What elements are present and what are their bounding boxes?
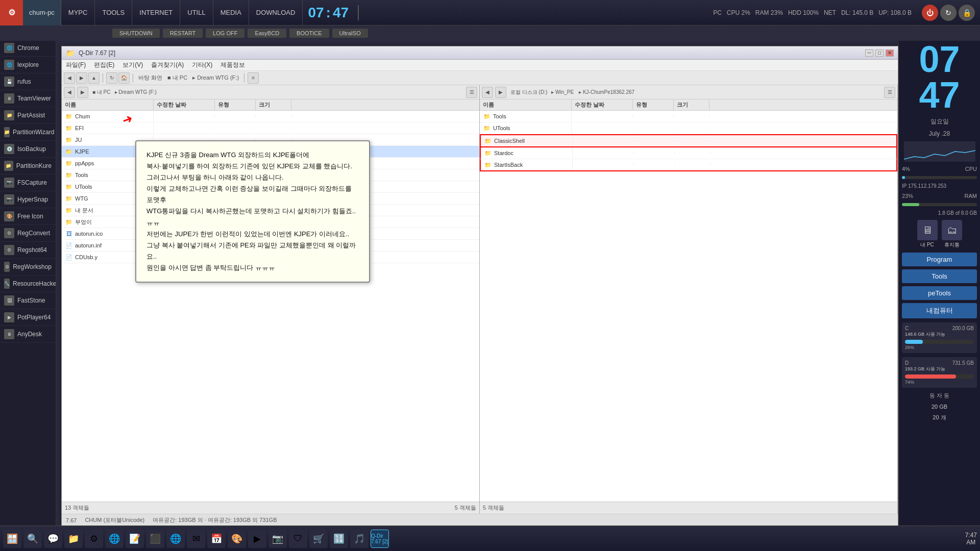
taskbar-search[interactable]: 🔍 [23,530,42,548]
nav-internet[interactable]: INTERNET [132,0,180,26]
toolbar-view-toggle[interactable]: ≡ [248,72,259,84]
taskbar-store[interactable]: 🛒 [309,530,328,548]
sidebar-item-regconvert[interactable]: ⚙ RegConvert [0,225,56,242]
folder-icon: 📁 [65,194,73,203]
status-version: 7.67 [66,517,77,523]
right-row-utools[interactable]: 📁UTools [480,122,897,134]
nav-utill[interactable]: UTILL [180,0,213,26]
partitionkure-icon: 📁 [4,161,13,171]
right-icons-row: 🖥 내 PC 🗂 휴지통 [902,220,977,248]
nav-media[interactable]: MEDIA [213,0,249,26]
toolbar-back[interactable]: ◀ [64,72,75,84]
mycomputer-button[interactable]: 내컴퓨터 [902,303,977,318]
sidebar-item-faststone[interactable]: 🖼 FastStone [0,292,56,309]
taskbar-calculator[interactable]: 🔢 [330,530,348,548]
logo-button[interactable]: ⚙ [0,0,23,26]
window-close[interactable]: ✕ [886,49,894,57]
storage-icon-box[interactable]: 🗂 휴지통 [942,220,962,248]
my-pc-icon-box[interactable]: 🖥 내 PC [917,220,938,248]
taskbar-video[interactable]: ▶ [248,530,266,548]
sidebar-item-chrome[interactable]: 🌐 Chrome [0,40,56,57]
cpu-stat-row: 4% CPU [902,166,977,172]
refresh-button[interactable]: ↻ [940,5,957,21]
taskbar-settings[interactable]: ⚙ [85,530,103,548]
sidebar-item-partassist[interactable]: 📁 PartAssist [0,107,56,124]
sidebar-item-isobackup[interactable]: 💿 IsoBackup [0,141,56,158]
ultraiso-button[interactable]: UltraISO [332,29,368,38]
toolbar-refresh[interactable]: ↻ [106,72,117,84]
right-row-stardoc[interactable]: 📁Stardoc [480,147,897,159]
storage-auto-label: 동 자 동 [929,392,949,399]
restart-button[interactable]: RESTART [163,29,203,38]
left-col-type: 유형 [215,99,256,110]
sidebar-item-partitionwizard[interactable]: 📁 PartitionWizard [0,124,56,141]
taskbar-terminal[interactable]: ⬛ [146,530,164,548]
sidebar-item-rufus[interactable]: 💾 rufus [0,73,56,90]
sidebar-item-regshot64[interactable]: ⚙ Regshot64 [0,242,56,259]
taskbar-mail[interactable]: ✉ [187,530,205,548]
ram-bar-fill [902,203,919,206]
toolbar-forward[interactable]: ▶ [76,72,87,84]
taskbar-ampm: AM [966,539,975,546]
toolbar-up[interactable]: ▲ [88,72,100,84]
right-row-startisback[interactable]: 📁StartIsBack [480,159,897,171]
sidebar-item-hypersnap[interactable]: 📷 HyperSnap [0,191,56,208]
right-nav-btn[interactable]: ◀ [482,87,493,98]
menu-favorites[interactable]: 즐겨찾기(A) [151,61,184,69]
taskbar-time: 7:47 [965,532,977,539]
taskbar-media[interactable]: 🎵 [350,530,369,548]
left-nav-forward[interactable]: ▶ [77,87,88,98]
regconvert-icon: ⚙ [4,228,14,238]
clock-hours: 07 [308,5,324,21]
sidebar-item-fscapture[interactable]: 📷 FSCapture [0,174,56,191]
sidebar-item-freeicon[interactable]: 🎨 Free Icon [0,208,56,225]
program-button[interactable]: Program [902,253,977,266]
right-row-tools[interactable]: 📁Tools [480,111,897,122]
power-button[interactable]: ⏻ [922,5,938,21]
right-row-classicshell[interactable]: 📁ClassicShell [480,134,897,147]
sidebar-item-lexplore[interactable]: 🌐 lexplore [0,57,56,73]
bootice-button[interactable]: BOOTICE [289,29,329,38]
taskbar-camera[interactable]: 📷 [268,530,287,548]
taskbar-ie[interactable]: 🌐 [166,530,185,548]
window-minimize[interactable]: ─ [865,49,873,57]
sidebar-item-resourcehacker[interactable]: 🔧 ResourceHacker [0,276,56,292]
taskbar-security[interactable]: 🛡 [289,530,307,548]
nav-mypc[interactable]: MYPC [61,0,95,26]
window-maximize[interactable]: □ [875,49,884,57]
right-col-name: 이름 [480,99,572,110]
menu-view[interactable]: 보기(V) [122,61,143,69]
petools-button[interactable]: peTools [902,286,977,300]
taskbar-explorer[interactable]: 📁 [64,530,83,548]
taskbar-notepad[interactable]: 📝 [126,530,144,548]
menu-other[interactable]: 기타(X) [192,61,212,69]
toolbar-home[interactable]: 🏠 [118,72,130,84]
sidebar-item-regworkshop[interactable]: ⚙ RegWorkshop [0,259,56,276]
sidebar-item-partitionkure[interactable]: 📁 PartitionKure [0,158,56,174]
taskbar-calendar[interactable]: 📅 [207,530,226,548]
menu-product-info[interactable]: 제품정보 [220,61,245,69]
menu-file[interactable]: 파일(F) [66,61,86,69]
shutdown-button[interactable]: SHUTDOWN [112,29,160,38]
easybcd-button[interactable]: EasyBCD [248,29,286,38]
nav-tools[interactable]: TOOLS [95,0,132,26]
taskbar-start[interactable]: 🪟 [3,530,21,548]
menu-edit[interactable]: 편집(E) [94,61,114,69]
lock-button[interactable]: 🔒 [959,5,975,21]
cpu-percent-label: 4% [902,166,910,172]
sidebar-label-hypersnap: HyperSnap [17,196,48,203]
right-view-btn[interactable]: ☰ [884,87,895,98]
tools-button[interactable]: Tools [902,269,977,283]
sidebar-item-teamviewer[interactable]: 🖥 TeamViewer [0,90,56,107]
taskbar-cortana[interactable]: 💬 [44,530,62,548]
right-nav-forward[interactable]: ▶ [495,87,506,98]
taskbar-chrome[interactable]: 🌐 [105,530,124,548]
nav-download[interactable]: DOWNLOAD [249,0,303,26]
taskbar-paint[interactable]: 🎨 [228,530,246,548]
logoff-button[interactable]: LOG OFF [206,29,244,38]
left-nav-btn[interactable]: ◀ [64,87,75,98]
sidebar-item-anydesk[interactable]: 🖥 AnyDesk [0,326,56,343]
taskbar-qdir-active[interactable]: Q-Dir 7.67 [2] [371,530,389,548]
left-view-btn[interactable]: ☰ [466,87,477,98]
sidebar-item-potplayer64[interactable]: ▶ PotPlayer64 [0,309,56,326]
